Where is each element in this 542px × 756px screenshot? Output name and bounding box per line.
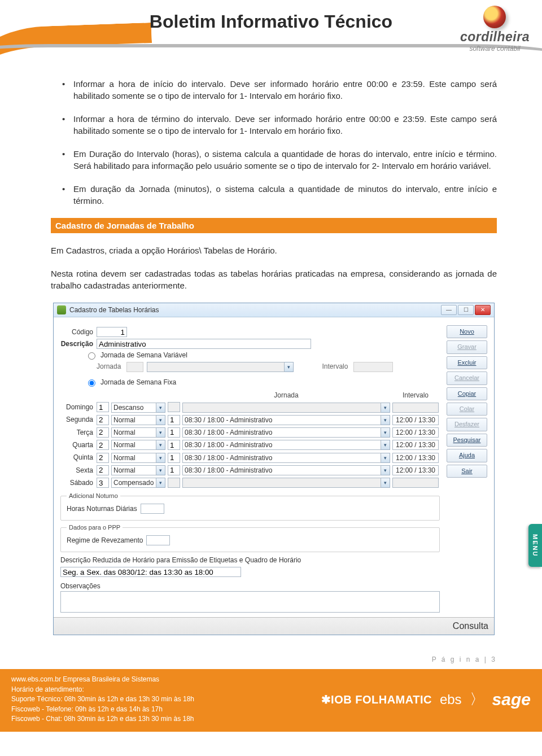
footer-info: www.ebs.com.br Empresa Brasileira de Sis… xyxy=(11,675,194,724)
section-heading: Cadastro de Jornadas de Trabalho xyxy=(51,218,497,233)
jornada-select xyxy=(182,478,381,488)
group-ppp: Dados para o PPP Regime de Revezamento xyxy=(60,527,440,552)
minimize-button[interactable]: — xyxy=(441,305,457,315)
page-footer: www.ebs.com.br Empresa Brasileira de Sis… xyxy=(0,669,542,732)
footer-line: Horário de atendimento: xyxy=(11,685,194,694)
label-desc-reduzida: Descrição Reduzida de Horário para Emiss… xyxy=(60,556,440,565)
chevron-down-icon[interactable]: ▾ xyxy=(381,427,390,438)
bullet-item: Informar a hora de término do intervalo.… xyxy=(51,113,497,137)
chevron-down-icon: ▾ xyxy=(285,362,294,372)
day-type-select[interactable]: Compensado xyxy=(111,478,156,488)
jornada-select[interactable]: 08:30 / 18:00 - Administrativo xyxy=(182,415,381,425)
menu-tab[interactable]: MENU xyxy=(528,524,542,567)
jornada-num-input[interactable] xyxy=(168,440,180,450)
intervalo-cell: 12:00 / 13:30 xyxy=(392,415,439,425)
day-label: Sábado xyxy=(60,477,95,489)
form-area: Código Descrição Jornada de Semana Variá… xyxy=(60,325,440,613)
day-label: Terça xyxy=(60,426,95,439)
table-row: SábadoCompensado▾▾ xyxy=(60,477,440,489)
chevron-down-icon[interactable]: ▾ xyxy=(156,415,165,425)
window-title: Cadastro de Tabelas Horárias xyxy=(69,305,159,315)
label-horas-noturnas: Horas Noturnas Diárias xyxy=(67,504,137,514)
excluir-button[interactable]: Excluir xyxy=(447,356,487,369)
paragraph: Em Cadastros, criada a opção Horários\ T… xyxy=(51,244,497,256)
close-button[interactable]: ✕ xyxy=(475,305,491,315)
chevron-down-icon[interactable]: ▾ xyxy=(156,427,165,438)
day-type-select[interactable]: Normal xyxy=(111,415,156,425)
day-type-select[interactable]: Normal xyxy=(111,427,156,438)
pesquisar-button[interactable]: Pesquisar xyxy=(447,434,487,447)
day-code-input[interactable] xyxy=(97,478,109,488)
day-code-input[interactable] xyxy=(97,427,109,438)
jornada-select[interactable]: 08:30 / 18:00 - Administrativo xyxy=(182,465,381,475)
label-regime: Regime de Revezamento xyxy=(67,536,143,545)
jornada-num-input[interactable] xyxy=(168,415,180,425)
label-intervalo-var: Intervalo xyxy=(320,362,350,372)
day-code-input[interactable] xyxy=(97,453,109,463)
bullet-item: Em Duração do Intervalo (horas), o siste… xyxy=(51,148,497,172)
day-code-input[interactable] xyxy=(97,440,109,450)
jornada-num-input xyxy=(168,402,180,412)
day-code-input[interactable] xyxy=(97,402,109,412)
jornada-num-input[interactable] xyxy=(168,465,180,475)
codigo-input[interactable] xyxy=(97,327,127,337)
maximize-button[interactable]: ☐ xyxy=(458,305,474,315)
bullet-list: Informar a hora de início do intervalo. … xyxy=(51,78,497,207)
brand-logo-icon xyxy=(483,6,506,28)
chevron-down-icon[interactable]: ▾ xyxy=(381,415,390,425)
page-number: P á g i n a | 3 xyxy=(0,652,542,669)
day-code-input[interactable] xyxy=(97,465,109,475)
chevron-down-icon[interactable]: ▾ xyxy=(156,440,165,450)
radio-semana-variavel[interactable] xyxy=(88,352,95,360)
day-type-select[interactable]: Descanso xyxy=(111,403,156,413)
intervalo-cell: 12:00 / 13:30 xyxy=(392,440,439,450)
observacoes-textarea[interactable] xyxy=(60,591,440,613)
chevron-down-icon[interactable]: ▾ xyxy=(381,453,390,463)
side-buttons: NovoGravarExcluirCancelarCopiarColarDesf… xyxy=(447,325,487,613)
horas-noturnas-input[interactable] xyxy=(141,504,164,514)
footer-line: www.ebs.com.br Empresa Brasileira de Sis… xyxy=(11,675,194,684)
jornada-num-input[interactable] xyxy=(168,453,180,463)
titlebar: Cadastro de Tabelas Horárias — ☐ ✕ xyxy=(54,303,494,317)
intervalo-cell: 12:00 / 13:30 xyxy=(392,453,439,463)
chevron-down-icon[interactable]: ▾ xyxy=(156,465,165,475)
day-type-select[interactable]: Normal xyxy=(111,440,156,450)
chevron-down-icon[interactable]: ▾ xyxy=(156,453,165,463)
chevron-down-icon[interactable]: ▾ xyxy=(381,440,390,450)
label-observacoes: Observações xyxy=(60,582,440,591)
jornada-select[interactable]: 08:30 / 18:00 - Administrativo xyxy=(182,427,381,438)
table-row: SextaNormal▾08:30 / 18:00 - Administrati… xyxy=(60,464,440,477)
days-table: Jornada Intervalo DomingoDescanso▾▾Segun… xyxy=(60,390,440,490)
day-type-select[interactable]: Normal xyxy=(111,453,156,463)
copiar-button[interactable]: Copiar xyxy=(447,387,487,400)
content: Informar a hora de início do intervalo. … xyxy=(0,61,542,652)
group-title: Dados para o PPP xyxy=(67,523,123,532)
radio-semana-fixa[interactable] xyxy=(88,379,95,387)
jornada-num-input[interactable] xyxy=(168,427,180,438)
brand-name: cordilheira xyxy=(460,29,530,45)
desc-reduzida-input[interactable] xyxy=(60,567,241,577)
chevron-down-icon[interactable]: ▾ xyxy=(156,403,165,413)
regime-input[interactable] xyxy=(146,535,170,545)
app-icon xyxy=(57,305,66,314)
day-code-input[interactable] xyxy=(97,415,109,425)
sair-button[interactable]: Sair xyxy=(447,465,487,478)
col-jornada: Jornada xyxy=(181,390,391,401)
table-row: SegundaNormal▾08:30 / 18:00 - Administra… xyxy=(60,414,440,426)
page-header: Boletim Informativo Técnico cordilheira … xyxy=(0,0,542,61)
window-controls: — ☐ ✕ xyxy=(441,305,491,315)
intervalo-cell: 12:00 / 13:30 xyxy=(392,465,439,475)
col-intervalo: Intervalo xyxy=(391,390,440,401)
chevron-down-icon[interactable]: ▾ xyxy=(156,478,165,488)
descricao-input[interactable] xyxy=(97,339,311,349)
label-jornada-var: Jornada xyxy=(94,362,123,372)
jornada-select[interactable]: 08:30 / 18:00 - Administrativo xyxy=(182,440,381,450)
jornada-select[interactable]: 08:30 / 18:00 - Administrativo xyxy=(182,453,381,463)
day-type-select[interactable]: Normal xyxy=(111,465,156,475)
novo-button[interactable]: Novo xyxy=(447,325,487,338)
ajuda-button[interactable]: Ajuda xyxy=(447,449,487,462)
colar-button: Colar xyxy=(447,403,487,416)
table-row: TerçaNormal▾08:30 / 18:00 - Administrati… xyxy=(60,426,440,439)
chevron-down-icon[interactable]: ▾ xyxy=(381,465,390,475)
footer-line: Fiscoweb - Chat: 08h 30min às 12h e das … xyxy=(11,714,194,724)
